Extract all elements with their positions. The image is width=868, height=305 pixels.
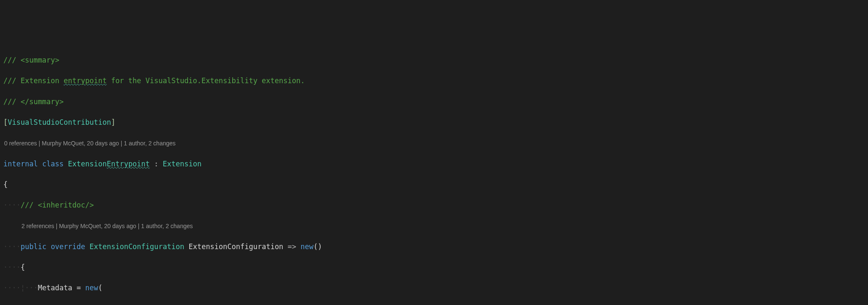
- property-assign: Metadata =: [38, 284, 85, 292]
- attribute-bracket: [: [3, 118, 8, 126]
- code-line: {: [3, 179, 868, 190]
- code-editor[interactable]: /// <summary> /// Extension entrypoint f…: [3, 45, 868, 305]
- xml-doc-summary-open: /// <summary>: [3, 56, 59, 64]
- return-type: ExtensionConfiguration: [90, 242, 184, 251]
- code-line: internal class ExtensionEntrypoint : Ext…: [3, 159, 868, 169]
- code-line: ····/// <inheritdoc/>: [3, 200, 868, 210]
- code-line: /// <summary>: [3, 55, 868, 66]
- codelens-info[interactable]: 0 references | Murphy McQuet, 20 days ag…: [3, 140, 175, 147]
- xml-doc-body: /// Extension entrypoint for the VisualS…: [3, 76, 305, 85]
- code-line: ····¦···¦·······id: "RuntimeTargetSample…: [3, 304, 868, 305]
- attribute-bracket: ]: [111, 118, 115, 126]
- codelens-line[interactable]: 0 references | Murphy McQuet, 20 days ag…: [3, 138, 868, 148]
- attribute-name: VisualStudioContribution: [8, 118, 111, 126]
- code-line: ····public override ExtensionConfigurati…: [3, 242, 868, 252]
- keyword: internal: [3, 160, 38, 168]
- xml-doc-summary-close: /// </summary>: [3, 97, 64, 106]
- code-line: /// </summary>: [3, 97, 868, 107]
- base-type: Extension: [163, 160, 202, 168]
- property-name: ExtensionConfiguration: [188, 242, 283, 251]
- code-line: /// Extension entrypoint for the VisualS…: [3, 76, 868, 86]
- class-name: ExtensionEntrypoint: [68, 160, 150, 168]
- xml-doc-inherit: /// <inheritdoc/>: [21, 201, 94, 209]
- code-line: ····{: [3, 262, 868, 273]
- codelens-line[interactable]: 2 references | Murphy McQuet, 20 days ag…: [3, 221, 868, 231]
- codelens-info[interactable]: 2 references | Murphy McQuet, 20 days ag…: [21, 223, 193, 229]
- code-line: [VisualStudioContribution]: [3, 117, 868, 128]
- keyword: class: [42, 160, 64, 168]
- code-line: ····¦···Metadata = new(: [3, 283, 868, 293]
